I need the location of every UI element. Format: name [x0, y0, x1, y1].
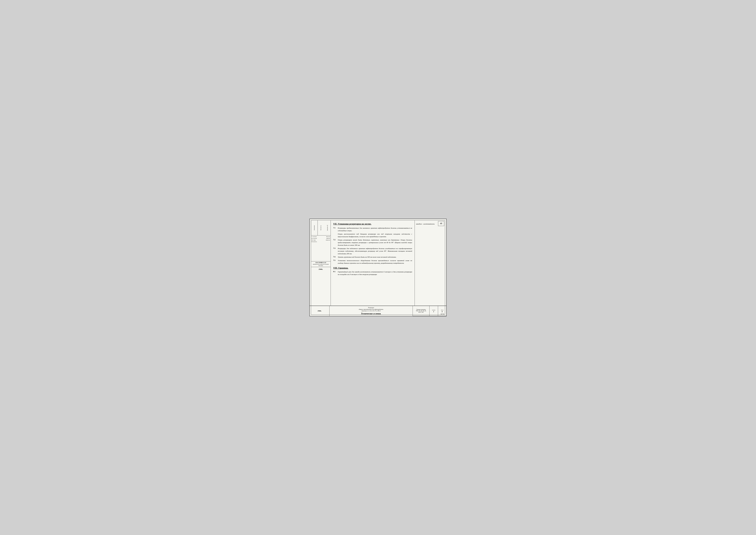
para-8-1-text: Гарантийный срок для завода-изготовителя… — [338, 270, 412, 276]
right-text: заводом – изготовителем. — [416, 223, 444, 225]
sidebar-col-changes: Изменения — [311, 220, 317, 235]
title-docs: Типовые проекты 704-1-42, 43, 44, 45, 46… — [416, 309, 426, 313]
para-7-5: 7.5. Установка технологического оборудов… — [333, 259, 412, 265]
title-doc-name: Резервуары сборные горизонтальные для не… — [359, 307, 383, 312]
para-7-5-text: Установка технологического оборудования … — [338, 259, 412, 265]
sidebar-chief-label: Нач. бюро — [311, 239, 316, 241]
year: 1968г. — [318, 268, 323, 270]
para-7-3-text: Резервуары для подземного хранения нефте… — [338, 247, 412, 255]
org2: ЦНИИПРОЕКТАЛЬКОНСТРУКЦИЯ — [311, 264, 330, 265]
album-label: Альбом — [432, 309, 435, 311]
sidebar-col-docnum: Документ № — [324, 220, 331, 235]
para-8-1-num: 8.1. — [333, 270, 337, 276]
org3: МОСКВА — [311, 265, 330, 266]
sidebar-pr-value: Мерзлин — [326, 238, 330, 239]
para-7-2-num: 7.2. — [333, 239, 337, 246]
sidebar-pr-label: Пр. инженер — [311, 238, 317, 239]
sidebar-engineer-value: Фасилин — [326, 236, 330, 237]
doc-number: 82718 — [441, 313, 444, 315]
para-7-4: 7.4. Уровень грунтовых вод должен быть н… — [333, 256, 412, 258]
para-7-4-text: Уровень грунтовых вод должен быть на 500… — [338, 256, 396, 258]
right-panel: заводом – изготовителем. — [415, 220, 445, 306]
sidebar-col-sheets: Листов/стр. — [317, 220, 324, 235]
album-value: I — [433, 311, 434, 313]
para-7-1-num: 7.1. — [333, 227, 337, 232]
sidebar-exec-label: Исполнитель — [311, 241, 317, 242]
section8-title: VIII. Гарантии. — [333, 267, 412, 269]
para-7-2: 7.2. Опоры резервуаров могут быть бетонн… — [333, 239, 412, 246]
para-supports: Опоры располагаются под днищами резервуа… — [333, 233, 412, 238]
sheet-value: 6 — [442, 311, 443, 313]
para-7-3: 7.3. Резервуары для подземного хранения … — [333, 247, 412, 255]
title-left-text: 1968г. — [317, 310, 321, 312]
para-7-1-text: Резервуары предназначенные для наземного… — [338, 227, 412, 232]
sheet-label: Лист — [441, 309, 444, 311]
left-sidebar: Изменения Листов/стр. Документ № Тл. инж… — [311, 220, 331, 306]
sidebar-engineer-label: Тл. инженер — [311, 236, 316, 237]
content-area: VII. Установка резервуаров на месте. 7.1… — [331, 220, 415, 306]
sidebar-top: Изменения Листов/стр. Документ № — [311, 220, 331, 236]
title-block-left: 1968г. — [310, 306, 330, 316]
para-8-1: 8.1. Гарантийный срок для завода-изготов… — [333, 270, 412, 276]
title-block-center: Резервуары сборные горизонтальные для не… — [330, 306, 413, 316]
org1: ГОССТРОЙ СССР — [311, 262, 330, 264]
page: 46 Изменения Листов/стр. Документ № Тл. … — [310, 219, 446, 316]
sidebar-chief-value: Шурыгин — [326, 239, 330, 241]
title-year: 1968г. — [317, 310, 321, 312]
title-block: 1968г. Резервуары сборные горизонтальные… — [310, 306, 446, 316]
para-7-4-num: 7.4. — [333, 256, 337, 258]
para-7-5-num: 7.5. — [333, 259, 337, 265]
para-7-3-num: 7.3. — [333, 247, 337, 255]
para-7-2-text: Опоры резервуаров могут быть бетонные, к… — [338, 239, 412, 246]
title-subject: Технические условия. — [361, 313, 381, 315]
section7-title: VII. Установка резервуаров на месте. — [333, 223, 412, 225]
para-7-1: 7.1. Резервуары предназначенные для назе… — [333, 227, 412, 232]
